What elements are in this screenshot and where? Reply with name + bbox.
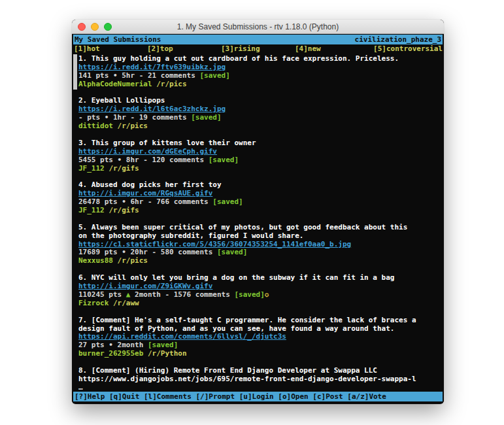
saved-badge: [saved] xyxy=(148,341,178,349)
submission-item[interactable]: 8. [Comment] (Hiring) Remote Front End D… xyxy=(78,367,443,392)
submission-title-line[interactable]: 8. [Comment] (Hiring) Remote Front End D… xyxy=(78,367,443,375)
submission-author: JF_112 xyxy=(78,206,105,214)
submission-byline: JF_112 /r/gifs xyxy=(78,165,443,173)
sort-tab-4[interactable]: [4]new xyxy=(295,44,321,54)
saved-badge: [saved] xyxy=(217,248,247,256)
submission-list: 1. This guy holding a cut out cardboard … xyxy=(73,54,443,392)
submission-item[interactable]: 2. Eyeball Lollipopshttps://i.redd.it/l6… xyxy=(78,97,443,131)
selection-cursor xyxy=(73,54,77,90)
stats-text: - pts • 1hr - 19 comments xyxy=(78,113,191,122)
stats-text: 5455 pts • 8hr - 120 comments xyxy=(78,156,209,164)
submission-item[interactable]: 1. This guy holding a cut out cardboard … xyxy=(78,55,443,89)
saved-badge: [saved] xyxy=(199,71,229,80)
stats-text: 141 pts • 5hr - 21 comments xyxy=(78,71,199,80)
submission-title-line[interactable]: 7. [Comment] He's a self-taught C progra… xyxy=(78,316,443,325)
submission-title-line[interactable]: 5. Always been super critical of my phot… xyxy=(78,224,443,232)
submission-item[interactable]: 4. Abused dog picks her first toyhttp://… xyxy=(78,181,443,215)
submission-author: burner_262955eb xyxy=(78,349,143,358)
submission-author: AlphaCodeNumerial xyxy=(78,80,152,88)
submission-subreddit: /r/pics xyxy=(156,80,186,88)
header-bar: My Saved Submissions civilization_phaze_… xyxy=(73,35,443,44)
saved-badge: [saved] xyxy=(234,290,264,299)
submission-byline: AlphaCodeNumerial /r/pics xyxy=(78,80,443,89)
gilded-icon: ✪ xyxy=(265,290,269,299)
submission-item[interactable]: 5. Always been super critical of my phot… xyxy=(78,224,443,265)
submission-item[interactable]: 3. This group of kittens love their owne… xyxy=(78,139,443,173)
submission-subreddit: /r/Python xyxy=(148,349,187,358)
footer-command[interactable]: [?]Help xyxy=(75,392,105,401)
sort-tab-3[interactable]: [3]rising xyxy=(221,44,260,54)
submission-item[interactable]: 6. NYC will only let you bring a dog on … xyxy=(78,274,443,308)
footer-command[interactable]: [q]Quit xyxy=(109,392,139,401)
saved-badge: [saved] xyxy=(209,156,239,164)
sort-tab-1[interactable]: [1]hot xyxy=(74,44,100,54)
terminal-screen: My Saved Submissions civilization_phaze_… xyxy=(72,34,444,403)
footer-command-bar: [?]Help [q]Quit [l]Comments [/]Prompt [u… xyxy=(73,392,443,401)
submission-subreddit: /r/aww xyxy=(113,299,139,307)
submission-title-line[interactable]: on the photography subreddit, figured I … xyxy=(78,232,443,241)
footer-command[interactable]: [o]Open xyxy=(278,392,308,401)
submission-author: Fizrock xyxy=(78,299,109,307)
sort-tab-2[interactable]: [2]top xyxy=(147,44,173,54)
sort-order-bar: [1]hot[2]top[3]rising[4]new[5]controvers… xyxy=(73,44,443,54)
saved-badge: [saved] xyxy=(212,197,243,206)
submission-byline: Nexxus88 /r/pics xyxy=(78,257,443,265)
window-title: 1. My Saved Submissions - rtv 1.18.0 (Py… xyxy=(72,22,444,31)
footer-command[interactable]: [/]Prompt xyxy=(195,392,235,401)
submission-subreddit: /r/gifs xyxy=(109,206,139,214)
submission-byline: burner_262955eb /r/Python xyxy=(78,350,443,358)
footer-command[interactable]: [c]Post xyxy=(312,392,343,401)
submission-byline: JF_112 /r/gifs xyxy=(78,207,443,215)
stats-text: 2month - 1576 comments xyxy=(130,290,234,299)
window-titlebar: 1. My Saved Submissions - rtv 1.18.0 (Py… xyxy=(72,20,444,34)
submission-author: Nexxus88 xyxy=(78,256,113,265)
sort-tab-5[interactable]: [5]controversial xyxy=(373,44,443,54)
stats-text: 17689 pts • 20hr - 580 comments xyxy=(78,248,217,256)
logged-in-username: civilization_phaze_3 xyxy=(355,35,441,44)
submission-title-line[interactable]: 3. This group of kittens love their owne… xyxy=(78,139,443,148)
stats-text: 110245 pts xyxy=(78,290,126,299)
footer-command[interactable]: [u]Login xyxy=(239,392,274,401)
terminal-window: 1. My Saved Submissions - rtv 1.18.0 (Py… xyxy=(72,20,444,404)
submission-subreddit: /r/pics xyxy=(118,122,148,130)
submission-subreddit: /r/gifs xyxy=(109,164,139,173)
saved-badge: [saved] xyxy=(191,113,221,122)
truncation-ellipsis: … xyxy=(78,384,443,392)
footer-command[interactable]: [a/z]Vote xyxy=(347,392,386,401)
submission-title-line[interactable]: https://www.djangojobs.net/jobs/695/remo… xyxy=(78,375,443,384)
submission-author: dittidot xyxy=(78,122,113,130)
submission-byline: Fizrock /r/aww xyxy=(78,299,443,308)
submission-subreddit: /r/pics xyxy=(118,256,148,265)
submission-author: JF_112 xyxy=(78,164,105,173)
submission-item[interactable]: 7. [Comment] He's a self-taught C progra… xyxy=(78,316,443,358)
footer-command[interactable]: [l]Comments xyxy=(144,392,192,401)
submission-title-line[interactable]: 1. This guy holding a cut out cardboard … xyxy=(78,55,443,63)
submission-byline: dittidot /r/pics xyxy=(78,122,443,131)
stats-text: 27 pts • 2month xyxy=(78,341,148,349)
stats-text: 26478 pts • 6hr - 766 comments xyxy=(78,197,212,206)
page-title: My Saved Submissions xyxy=(75,35,161,44)
